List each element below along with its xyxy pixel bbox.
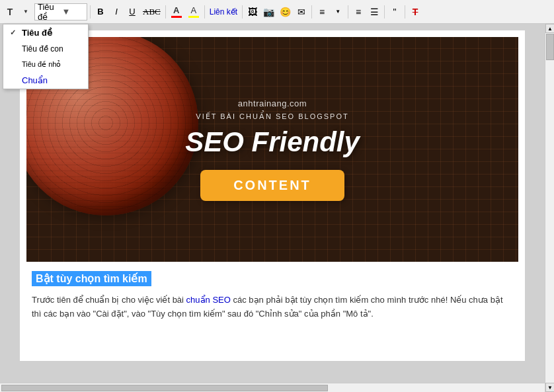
separator-1 [90,5,91,19]
hero-content-button: CONTENT [200,170,344,201]
hero-image: anhtrainang.com VIẾT BÀI CHUẨN SEO BLOGS… [26,37,518,262]
align-dropdown[interactable]: ▼ [331,4,345,20]
separator-6 [348,5,348,19]
dropdown-item-chuan[interactable]: Chuẩn [3,72,88,89]
format-select[interactable]: Tiêu đề ▼ [34,3,87,20]
quote-button[interactable]: " [387,4,402,20]
editor-toolbar: T ▼ Tiêu đề ▼ B I U ABC A A Liên kết 🖼 📷… [0,0,554,24]
italic-button[interactable]: I [109,4,124,20]
separator-7 [384,5,385,19]
heading-text: Bật tùy chọn tìm kiếm [32,271,151,286]
dropdown-item-label: Tiêu đề nhỏ [22,60,61,69]
emoji-button[interactable]: 😊 [278,4,293,20]
separator-2 [165,5,166,19]
underline-button[interactable]: U [125,4,139,20]
font-color-button[interactable]: A [169,4,184,19]
h-scroll-thumb[interactable] [1,385,328,391]
dropdown-item-label: Tiêu đề [22,28,52,38]
dropdown-item-tieu-de-nho[interactable]: Tiêu đề nhỏ [3,57,88,72]
format-select-value: Tiêu đề [38,2,60,22]
link-button[interactable]: Liên kết [208,4,239,20]
editor-page[interactable]: anhtrainang.com VIẾT BÀI CHUẨN SEO BLOGS… [20,30,525,361]
hero-title: SEO Friendly [185,126,360,158]
text-type-dropdown-arrow: ▼ [19,4,33,20]
list-unordered-button[interactable]: ☰ [367,4,381,20]
scroll-thumb-vertical[interactable] [546,34,554,60]
separator-5 [311,5,312,19]
special-char-button[interactable]: ✉ [294,4,309,20]
scroll-down-arrow[interactable]: ▼ [545,383,554,392]
horizontal-scrollbar[interactable] [0,383,545,392]
video-button[interactable]: 📷 [261,4,276,20]
scroll-track [545,33,554,383]
dropdown-item-tieu-de[interactable]: ✓ Tiêu đề [3,24,88,41]
content-area: Bật tùy chọn tìm kiếm Trước tiên để chuẩ… [26,262,518,321]
dropdown-item-label: Tiêu đề con [22,44,63,54]
hero-subtitle: VIẾT BÀI CHUẨN SEO BLOGSPOT [196,112,348,121]
list-ordered-button[interactable]: ≡ [351,4,366,20]
remove-format-button[interactable]: T [408,4,422,20]
scroll-up-arrow[interactable]: ▲ [545,24,554,33]
format-dropdown-menu: ✓ Tiêu đề Tiêu đề con Tiêu đề nhỏ Chuẩn [3,24,89,89]
check-icon: ✓ [10,28,19,37]
format-select-arrow: ▼ [62,7,85,17]
separator-3 [204,5,205,19]
bold-button[interactable]: B [93,4,108,20]
highlight-color-button[interactable]: A [186,4,202,19]
vertical-scrollbar[interactable]: ▲ ▼ [545,24,554,392]
separator-4 [242,5,243,19]
section-heading: Bật tùy chọn tìm kiếm [32,271,513,287]
dropdown-item-label: Chuẩn [22,75,48,85]
image-button[interactable]: 🖼 [245,4,260,20]
separator-8 [405,5,405,19]
hero-domain: anhtrainang.com [238,98,307,108]
body-paragraph: Trước tiên để chuẩn bị cho việc viết bài… [32,294,513,321]
strikethrough-button[interactable]: ABC [141,4,163,20]
dropdown-item-tieu-de-con[interactable]: Tiêu đề con [3,41,88,57]
text-type-icon: T [3,4,17,20]
align-button[interactable]: ≡ [315,4,329,20]
body-link[interactable]: chuẩn SEO [186,295,231,305]
